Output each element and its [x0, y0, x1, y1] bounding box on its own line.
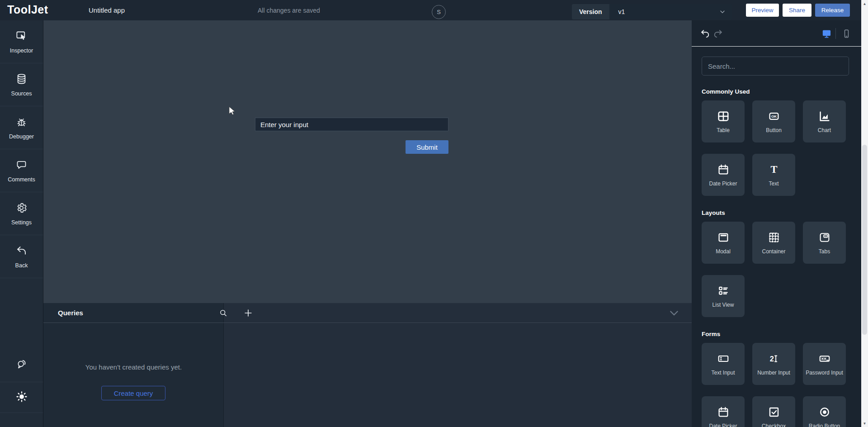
- sidebar-item-label: Inspector: [10, 47, 33, 54]
- checkbox-icon: [767, 405, 781, 419]
- scrollbar-thumb[interactable]: [862, 145, 867, 335]
- widget-section-title: Commonly Used: [702, 88, 851, 95]
- create-query-button[interactable]: Create query: [101, 386, 165, 400]
- sidebar-item-label: Sources: [11, 90, 32, 97]
- widget-card-text[interactable]: TText: [752, 154, 795, 196]
- svg-text:2: 2: [769, 354, 774, 362]
- header: ToolJet Untitled app All changes are sav…: [0, 0, 861, 20]
- sun-icon: [15, 390, 28, 405]
- sidebar-item-settings[interactable]: Settings: [0, 192, 43, 235]
- redo-icon[interactable]: [712, 28, 723, 39]
- collapse-panel-icon[interactable]: [668, 307, 680, 321]
- widget-card-label: Button: [764, 127, 783, 134]
- query-search-icon[interactable]: [217, 307, 229, 319]
- widget-card-list-view[interactable]: List View: [702, 275, 745, 317]
- widget-card-label: Text Input: [709, 370, 736, 376]
- undo-icon[interactable]: [700, 28, 711, 39]
- widget-card-label: Text: [767, 180, 780, 187]
- feedback-button[interactable]: [0, 348, 43, 382]
- queries-title: Queries: [58, 309, 83, 317]
- mouse-cursor: [229, 106, 237, 117]
- widget-card-container[interactable]: Container: [752, 222, 795, 264]
- widget-card-label: List View: [711, 302, 736, 308]
- widget-card-label: Table: [715, 127, 731, 134]
- release-button[interactable]: Release: [815, 4, 850, 17]
- widget-card-text-input[interactable]: Text Input: [702, 343, 745, 385]
- widget-card-date-picker[interactable]: Date Picker: [702, 154, 745, 196]
- tooljet-logo: ToolJet: [7, 3, 48, 16]
- modal-icon: [717, 231, 730, 244]
- widget-section-title: Layouts: [702, 209, 851, 216]
- database-icon: [15, 73, 28, 87]
- widget-card-label: Checkbox: [760, 423, 788, 427]
- widget-card-table[interactable]: Table: [702, 100, 745, 142]
- sidebar-item-back[interactable]: Back: [0, 235, 43, 278]
- widget-card-button[interactable]: OKButton: [752, 100, 795, 142]
- chevron-down-icon: [719, 8, 726, 17]
- tabs-icon: [818, 231, 831, 244]
- sidebar-item-label: Debugger: [9, 133, 34, 140]
- sidebar-item-label: Comments: [8, 176, 35, 183]
- widget-card-label: Number Input: [755, 370, 792, 376]
- widget-search-input[interactable]: [702, 57, 849, 76]
- datepicker-icon: [717, 405, 730, 419]
- widget-card-date-picker[interactable]: Date Picker: [702, 396, 745, 427]
- widget-section-title: Forms: [702, 331, 851, 337]
- scrollbar-up-arrow[interactable]: ▲: [861, 0, 868, 7]
- queries-header: Queries: [43, 303, 692, 323]
- theme-toggle-button[interactable]: [0, 382, 43, 413]
- left-sidebar: Inspector Sources: [0, 20, 43, 427]
- sidebar-item-inspector[interactable]: Inspector: [0, 20, 43, 63]
- preview-button[interactable]: Preview: [746, 4, 779, 17]
- app-title[interactable]: Untitled app: [89, 6, 125, 14]
- widget-section: LayoutsModalContainerTabsList View: [702, 209, 851, 317]
- passwordinput-icon: [818, 352, 831, 365]
- version-dropdown[interactable]: v1: [609, 4, 732, 19]
- comment-icon: [15, 159, 28, 173]
- desktop-layout-icon[interactable]: [821, 28, 832, 39]
- widget-section: Commonly UsedTableOKButtonChartDate Pick…: [702, 88, 851, 196]
- version-label: Version: [572, 4, 609, 19]
- textinput-icon: [717, 352, 730, 365]
- app-canvas[interactable]: Enter your input Submit: [43, 20, 692, 303]
- version-value: v1: [618, 8, 625, 15]
- avatar[interactable]: S: [432, 5, 446, 19]
- widget-card-chart[interactable]: Chart: [803, 100, 846, 142]
- widget-card-tabs[interactable]: Tabs: [803, 222, 846, 264]
- text-input-widget[interactable]: Enter your input: [255, 118, 448, 131]
- scrollbar-down-arrow[interactable]: ▼: [861, 420, 868, 427]
- widget-card-modal[interactable]: Modal: [702, 222, 745, 264]
- chat-bubbles-icon: [15, 358, 28, 372]
- page-scrollbar[interactable]: ▲ ▼: [861, 0, 868, 427]
- widget-card-label: Tabs: [817, 248, 832, 255]
- widget-card-password-input[interactable]: Password Input: [803, 343, 846, 385]
- sidebar-item-sources[interactable]: Sources: [0, 63, 43, 106]
- widget-card-label: Radio Button: [807, 423, 842, 427]
- mobile-layout-icon[interactable]: [841, 28, 852, 39]
- svg-text:OK: OK: [771, 114, 776, 119]
- widgets-panel: Commonly UsedTableOKButtonChartDate Pick…: [692, 20, 861, 427]
- sidebar-item-comments[interactable]: Comments: [0, 149, 43, 192]
- version-selector: Version v1: [572, 4, 732, 19]
- container-icon: [767, 231, 781, 244]
- numberinput-icon: 2: [767, 352, 781, 365]
- widget-card-checkbox[interactable]: Checkbox: [752, 396, 795, 427]
- share-button[interactable]: Share: [783, 4, 811, 17]
- autosave-status: All changes are saved: [258, 7, 320, 14]
- add-query-icon[interactable]: [242, 307, 254, 319]
- widget-section: FormsText Input2Number InputPassword Inp…: [702, 331, 851, 427]
- widget-card-radio-button[interactable]: Radio Button: [803, 396, 846, 427]
- widget-card-label: Modal: [714, 248, 732, 255]
- sidebar-bottom: [0, 348, 43, 413]
- text-icon: T: [767, 163, 781, 176]
- widget-card-label: Password Input: [804, 370, 845, 376]
- widget-card-label: Container: [760, 248, 787, 255]
- submit-button-widget[interactable]: Submit: [406, 140, 448, 154]
- queries-panel: Queries You haven't created queries yet.…: [43, 303, 692, 427]
- sidebar-item-debugger[interactable]: Debugger: [0, 106, 43, 149]
- listview-icon: [717, 284, 730, 298]
- toolbar-divider: [835, 28, 836, 39]
- back-arrow-icon: [15, 245, 28, 259]
- queries-empty-message: You haven't created queries yet.: [43, 363, 224, 371]
- widget-card-number-input[interactable]: 2Number Input: [752, 343, 795, 385]
